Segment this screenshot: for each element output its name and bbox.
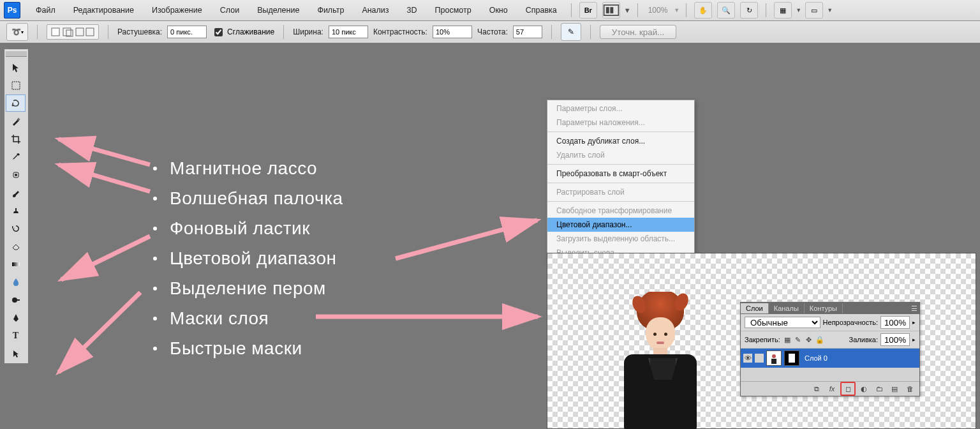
pen-tool[interactable] [6,309,26,326]
ctx-rasterize-layer[interactable]: Растрировать слой [547,185,694,199]
eraser-tool[interactable] [6,237,26,255]
app-logo: Ps [4,2,20,19]
visibility-toggle[interactable]: 👁 [743,354,752,363]
svg-rect-6 [76,28,84,36]
layer-thumbnail[interactable] [766,350,782,366]
menu-help[interactable]: Справка [518,2,565,19]
opacity-label: Непрозрачность: [823,319,878,326]
selection-mode-group[interactable] [47,24,99,40]
layer-row[interactable]: 👁 Слой 0 [741,349,919,368]
separator [547,183,694,183]
mask-thumbnail[interactable] [784,350,799,366]
antialias-checkbox[interactable]: Сглаживание [212,26,274,38]
ctx-color-range[interactable]: Цветовой диапазон... [547,218,694,232]
gradient-tool[interactable] [6,255,26,273]
marquee-tool[interactable] [6,77,26,94]
lock-position-icon[interactable]: ✥ [805,335,813,344]
path-selection-tool[interactable] [6,345,26,362]
menu-3d[interactable]: 3D [399,2,425,19]
link-layers-button[interactable]: ⧉ [810,382,824,395]
rotate-view-button[interactable]: ↻ [740,2,758,19]
document-canvas[interactable]: Слои Каналы Контуры ☰ Обычные Непрозрачн… [547,253,976,429]
zoom-tool-button[interactable]: 🔍 [717,2,735,19]
eyedropper-tool[interactable] [6,148,26,165]
annotation-item: Маски слоя [170,303,269,333]
menu-select[interactable]: Выделение [249,2,307,19]
panel-tabs: Слои Каналы Контуры ☰ [741,303,919,314]
menu-analysis[interactable]: Анализ [354,2,396,19]
layer-name[interactable]: Слой 0 [802,354,828,362]
menu-image[interactable]: Изображение [144,2,210,19]
ctx-layer-properties[interactable]: Параметры слоя... [547,102,694,116]
frequency-input[interactable] [513,26,542,38]
add-mask-button[interactable]: ◻ [840,382,856,396]
delete-layer-button[interactable]: 🗑 [903,382,917,395]
move-tool[interactable] [6,59,26,76]
menu-edit[interactable]: Редактирование [66,2,142,19]
ctx-convert-smart-object[interactable]: Преобразовать в смарт-объект [547,167,694,181]
brush-tool[interactable] [6,184,26,201]
arrange-docs-button[interactable]: ▦ [774,2,792,19]
lock-buttons[interactable]: ▦ ✎ ✥ 🔒 [783,335,824,344]
menu-filter[interactable]: Фильтр [309,2,352,19]
lock-transparent-icon[interactable]: ▦ [783,335,792,344]
feather-input[interactable] [167,26,207,38]
separator [37,25,38,39]
blend-mode-select[interactable]: Обычные [745,317,820,328]
menu-bar: Ps Файл Редактирование Изображение Слои … [0,0,980,21]
width-input[interactable] [329,26,368,38]
tab-paths[interactable]: Контуры [805,303,843,313]
annotation-item: Фоновый ластик [170,213,310,243]
new-group-button[interactable]: 🗀 [872,382,886,395]
feather-label: Растушевка: [117,27,162,36]
tab-layers[interactable]: Слои [741,303,769,313]
hand-tool-button[interactable]: ✋ [694,2,712,19]
history-brush-tool[interactable] [6,220,26,237]
bridge-button[interactable]: Br [579,2,597,19]
separator [547,201,694,202]
crop-tool[interactable] [6,130,26,147]
ctx-duplicate-layer[interactable]: Создать дубликат слоя... [547,134,694,148]
ctx-load-selection[interactable]: Загрузить выделенную область... [547,232,694,246]
layer-style-button[interactable]: fx [825,382,839,395]
magic-wand-tool[interactable] [6,112,26,130]
separator [108,25,108,39]
menu-layer[interactable]: Слои [212,2,247,19]
width-label: Ширина: [293,27,323,36]
blur-tool[interactable] [6,273,26,290]
panel-drag-handle[interactable] [6,50,27,57]
lock-all-icon[interactable]: 🔒 [815,335,824,344]
contrast-input[interactable] [433,26,472,38]
new-layer-button[interactable]: ▤ [887,382,902,395]
tablet-pressure-button[interactable]: ✎ [561,23,581,41]
zoom-icon: 🔍 [722,6,731,15]
screen-mode-button[interactable]: ▭ [805,2,823,19]
fill-input[interactable] [880,333,910,346]
menu-window[interactable]: Окно [482,2,516,19]
tab-channels[interactable]: Каналы [769,303,805,313]
opacity-input[interactable] [880,316,910,329]
active-tool-icon[interactable]: ➰▾ [6,23,28,41]
dodge-tool[interactable] [6,291,26,308]
menu-view[interactable]: Просмотр [427,2,479,19]
annotation-item: Магнитное лассо [170,153,317,183]
ctx-free-transform[interactable]: Свободное трансформирование [547,204,694,218]
ctx-blending-options[interactable]: Параметры наложения... [547,116,694,130]
ctx-delete-layer[interactable]: Удалить слой [547,148,694,162]
adjustment-layer-button[interactable]: ◐ [857,382,871,395]
mini-bridge-button[interactable] [602,2,620,19]
separator [637,3,638,17]
zoom-level: 100% [644,6,672,15]
clone-stamp-tool[interactable] [6,202,26,219]
annotation-item: Волшебная палочка [170,183,343,213]
lock-pixels-icon[interactable]: ✎ [794,335,803,344]
menu-file[interactable]: Файл [28,2,63,19]
separator [590,25,591,39]
refine-edge-button[interactable]: Уточн. край... [600,25,676,39]
type-tool[interactable]: T [6,327,26,344]
spot-healing-tool[interactable] [6,166,26,183]
lasso-tool[interactable] [6,94,26,112]
svg-rect-4 [63,28,71,36]
annotation-item: Быстрые маски [170,333,302,363]
panel-menu-icon[interactable]: ☰ [909,305,919,313]
